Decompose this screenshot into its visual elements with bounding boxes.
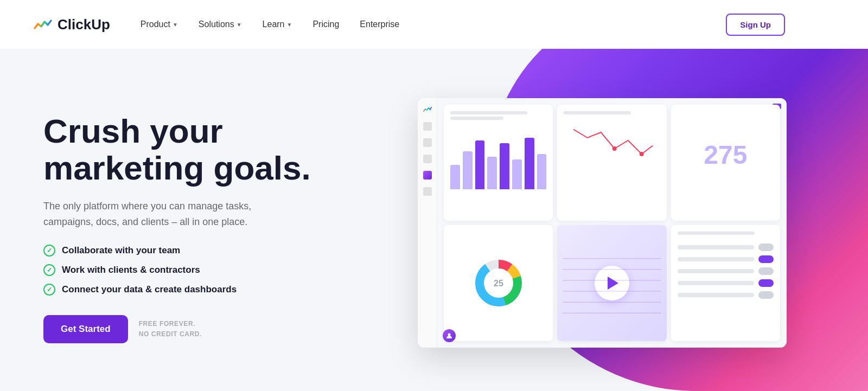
list-label-2: [678, 257, 754, 261]
check-icon-2: ✓: [43, 264, 55, 276]
mock-line-chart-card: [557, 105, 666, 221]
toggle-5[interactable]: [758, 291, 774, 299]
mock-bar-chart-card: [444, 105, 553, 221]
nav-links: Product ▼ Solutions ▼ Learn ▼ Pricing En…: [132, 15, 646, 34]
toggle-1[interactable]: [758, 243, 774, 251]
hero-right: 275: [369, 65, 835, 391]
list-label-5: [678, 293, 754, 297]
chevron-down-icon: ▼: [287, 22, 292, 28]
nav-pricing[interactable]: Pricing: [304, 15, 348, 34]
sidebar-item-active: [423, 171, 432, 180]
mock-user-avatar: [443, 329, 456, 342]
list-label-3: [678, 269, 754, 273]
bar-7: [525, 138, 534, 189]
mock-line-short: [450, 117, 503, 120]
mock-list-card: [671, 225, 780, 341]
contact-sales-link[interactable]: Contact Sales: [646, 16, 717, 34]
login-button[interactable]: Log in: [794, 15, 835, 35]
chevron-down-icon: ▼: [173, 22, 178, 28]
nav-solutions[interactable]: Solutions ▼: [190, 15, 251, 34]
signup-button[interactable]: Sign Up: [726, 14, 785, 36]
list-row-3: [678, 267, 774, 275]
list-row-2: [678, 255, 774, 263]
bar-3: [475, 140, 485, 189]
mock-sidebar-logo: [423, 105, 432, 114]
list-label-4: [678, 281, 754, 285]
svg-text:25: 25: [494, 279, 503, 288]
mock-play-card[interactable]: [557, 225, 666, 341]
mock-card-header-lines: [564, 111, 660, 114]
feature-item-2: ✓ Work with clients & contractors: [43, 264, 347, 276]
mock-line: [450, 111, 527, 114]
free-forever-text: FREE FOREVER. NO CREDIT CARD.: [139, 319, 202, 339]
logo[interactable]: ClickUp: [33, 14, 110, 35]
mock-main-area: 275: [437, 98, 787, 348]
feature-item-3: ✓ Connect your data & create dashboards: [43, 284, 347, 296]
bar-8: [537, 154, 547, 189]
nav-learn[interactable]: Learn ▼: [254, 15, 301, 34]
brand-name: ClickUp: [58, 16, 110, 33]
get-started-button[interactable]: Get Started: [43, 315, 128, 343]
main-content: Crush your marketing goals. The only pla…: [0, 49, 868, 391]
check-icon-1: ✓: [43, 245, 55, 257]
toggle-4[interactable]: [758, 279, 774, 287]
list-header-lines: [678, 232, 774, 235]
list-label-1: [678, 245, 754, 249]
play-bg-lines: [557, 225, 666, 341]
donut-chart-svg: 25: [471, 256, 526, 310]
toggle-2[interactable]: [758, 255, 774, 263]
mock-donut-card: 25: [444, 225, 553, 341]
mock-line-med: [564, 111, 631, 114]
mock-card-lines: [450, 111, 546, 120]
svg-point-0: [612, 146, 617, 151]
cta-row: Get Started FREE FOREVER. NO CREDIT CARD…: [43, 315, 347, 343]
toggle-3[interactable]: [758, 267, 774, 275]
avatar-icon: [446, 332, 452, 339]
hero-left: Crush your marketing goals. The only pla…: [43, 113, 369, 344]
bar-2: [463, 151, 473, 189]
bar-chart: [450, 124, 546, 189]
bar-4: [487, 157, 497, 189]
svg-point-14: [448, 333, 451, 336]
list-row-4: [678, 279, 774, 287]
check-icon-3: ✓: [43, 284, 55, 296]
hero-subtitle: The only platform where you can manage t…: [43, 198, 293, 230]
list-line-1: [678, 232, 755, 235]
feature-item-1: ✓ Collaborate with your team: [43, 245, 347, 257]
line-chart-svg: [564, 119, 660, 168]
list-row-5: [678, 291, 774, 299]
mock-number-card: 275: [671, 105, 780, 221]
sidebar-item-5: [423, 187, 432, 196]
svg-point-1: [640, 152, 644, 156]
bar-1: [450, 165, 460, 189]
chevron-down-icon: ▼: [237, 22, 242, 28]
bar-6: [512, 159, 522, 189]
sidebar-item-1: [423, 122, 432, 131]
nav-enterprise[interactable]: Enterprise: [351, 15, 408, 34]
logo-icon: [33, 14, 53, 35]
navbar: ClickUp Product ▼ Solutions ▼ Learn ▼ Pr…: [0, 0, 868, 49]
sidebar-item-2: [423, 138, 432, 147]
sidebar-item-3: [423, 155, 432, 163]
dashboard-mockup: 275: [418, 98, 787, 348]
feature-list: ✓ Collaborate with your team ✓ Work with…: [43, 245, 347, 296]
nav-right: Contact Sales Sign Up Log in: [646, 14, 835, 36]
list-row-1: [678, 243, 774, 251]
nav-product[interactable]: Product ▼: [132, 15, 187, 34]
bar-5: [500, 143, 509, 189]
hero-title: Crush your marketing goals.: [43, 113, 347, 187]
big-stat-number: 275: [704, 140, 747, 170]
mock-sidebar: [418, 98, 437, 348]
